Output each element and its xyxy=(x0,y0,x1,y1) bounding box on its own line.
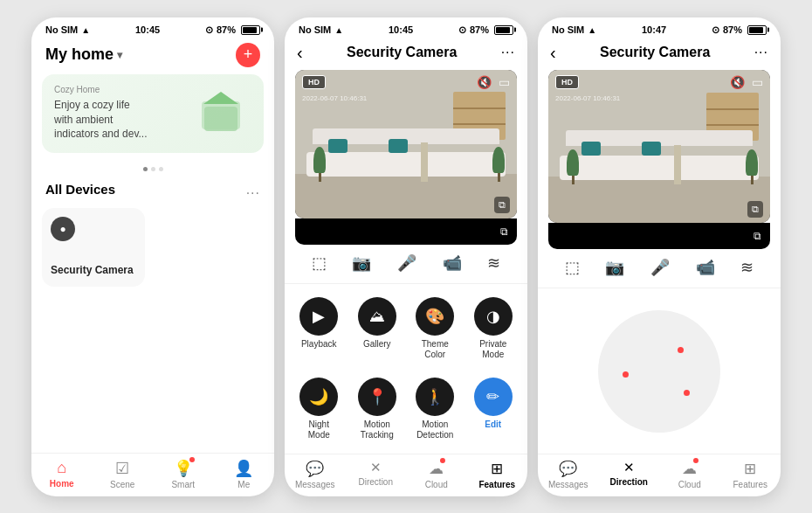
banner-tag: Cozy Home xyxy=(54,85,199,94)
photo-ctrl-btn-3[interactable]: 📷 xyxy=(605,258,624,277)
edit-icon: ✏ xyxy=(474,378,513,416)
cam-nav-cloud-2[interactable]: ☁ Cloud xyxy=(406,460,467,489)
camera-top-bar-3: HD 🔇 ▭ xyxy=(555,75,763,89)
status-left-2: No SIM ▲ xyxy=(299,24,343,35)
feature-gallery[interactable]: ⛰ Gallery xyxy=(350,290,405,367)
cloud-icon-3: ☁ xyxy=(682,460,697,478)
expand-ctrl-btn-3[interactable]: ⬚ xyxy=(565,258,580,277)
nav-me[interactable]: 👤 Me xyxy=(214,459,275,489)
camera-controls-2: ⬚ 📷 🎤 📹 ≋ xyxy=(285,245,527,281)
dot-active xyxy=(143,167,148,171)
camera-screen-content-2: ‹ Security Camera ··· xyxy=(285,39,527,454)
feature-edit[interactable]: ✏ Edit xyxy=(466,371,521,447)
features-label-2: Features xyxy=(478,480,515,489)
dots-indicator xyxy=(31,163,274,175)
cam-nav-messages-2[interactable]: 💬 Messages xyxy=(285,460,346,489)
cam-nav-messages-3[interactable]: 💬 Messages xyxy=(538,460,599,489)
home-icon: ⌂ xyxy=(57,459,66,477)
bottom-nav-1: ⌂ Home ☑ Scene 💡 Smart 👤 Me xyxy=(31,453,274,496)
playback-label: Playback xyxy=(301,339,337,350)
battery-icon-2 xyxy=(494,25,513,35)
feature-motion-tracking[interactable]: 📍 MotionTracking xyxy=(350,371,405,447)
feature-playback[interactable]: ▶ Playback xyxy=(292,290,347,367)
section-header: All Devices ... xyxy=(31,175,274,205)
cam-nav-direction-3[interactable]: ✕ Direction xyxy=(599,460,660,489)
device-name-security-camera: Security Camera xyxy=(51,264,136,278)
divider-2 xyxy=(285,283,527,284)
fullscreen-btn-3[interactable]: ▭ xyxy=(752,75,763,89)
more-options-2[interactable]: ··· xyxy=(501,45,515,60)
status-right-2: ⊙ 87% xyxy=(458,24,513,36)
dir-dot-1 xyxy=(678,347,684,353)
device-card-security-camera[interactable]: ● Security Camera xyxy=(42,208,145,287)
video-ctrl-btn[interactable]: 📹 xyxy=(443,253,462,273)
private-label: PrivateMode xyxy=(479,339,506,360)
feature-night-mode[interactable]: 🌙 NightMode xyxy=(292,371,347,447)
cloud-icon-2: ☁ xyxy=(429,460,444,478)
nav-scene[interactable]: ☑ Scene xyxy=(93,459,154,489)
back-button-2[interactable]: ‹ xyxy=(297,43,303,63)
smart-icon: 💡 xyxy=(174,459,193,478)
status-right-3: ⊙ 87% xyxy=(712,24,767,36)
banner-card: Cozy Home Enjoy a cozy lifewith ambienti… xyxy=(42,74,264,153)
messages-label-2: Messages xyxy=(295,480,335,489)
all-devices-more-btn[interactable]: ... xyxy=(246,182,260,198)
mute-btn-2[interactable]: 🔇 xyxy=(477,75,492,89)
direction-icon-2: ✕ xyxy=(370,460,382,475)
camera-bottom-bar-2: ⧉ xyxy=(302,197,510,213)
expand-ctrl-btn[interactable]: ⬚ xyxy=(312,253,327,273)
camera-viewport-3: HD 🔇 ▭ 2022-06-07 10:46:31 ⧉ xyxy=(548,70,770,223)
feature-theme-color[interactable]: 🎨 ThemeColor xyxy=(408,290,463,367)
location-icon-3: ⊙ xyxy=(712,24,719,36)
status-bar-3: No SIM ▲ 10:47 ⊙ 87% xyxy=(538,17,781,39)
feature-private-mode[interactable]: ◑ PrivateMode xyxy=(466,290,521,367)
fullscreen-btn-2[interactable]: ▭ xyxy=(499,75,510,89)
dir-dot-2 xyxy=(623,371,629,378)
more-ctrl-btn-3[interactable]: ≋ xyxy=(740,258,754,277)
features-icon-3: ⊞ xyxy=(744,460,756,478)
carrier-2: No SIM xyxy=(299,24,331,35)
location-icon-2: ⊙ xyxy=(458,24,466,36)
more-options-3[interactable]: ··· xyxy=(754,45,768,60)
battery-label-1: 87% xyxy=(217,24,236,35)
video-ctrl-btn-3[interactable]: 📹 xyxy=(696,258,715,277)
cam-nav-features-2[interactable]: ⊞ Features xyxy=(467,460,528,489)
gallery-icon: ⛰ xyxy=(358,297,396,336)
private-icon: ◑ xyxy=(474,297,513,336)
mic-ctrl-btn[interactable]: 🎤 xyxy=(397,253,416,273)
pip-btn-2[interactable]: ⧉ xyxy=(494,197,510,213)
carrier-1: No SIM xyxy=(45,24,78,35)
pip-icon-3: ⧉ xyxy=(754,230,761,242)
mute-btn-3[interactable]: 🔇 xyxy=(730,75,745,89)
dir-dot-3 xyxy=(684,390,690,396)
pip-btn-3[interactable]: ⧉ xyxy=(747,201,763,218)
cam-nav-features-3[interactable]: ⊞ Features xyxy=(720,460,781,489)
more-ctrl-btn[interactable]: ≋ xyxy=(487,253,500,273)
add-button[interactable]: + xyxy=(236,43,260,67)
device-icon-security-camera: ● xyxy=(51,217,75,241)
direction-icon-3: ✕ xyxy=(623,460,635,475)
camera-top-right-2: 🔇 ▭ xyxy=(477,75,510,89)
photo-ctrl-btn[interactable]: 📷 xyxy=(352,253,371,273)
back-button-3[interactable]: ‹ xyxy=(550,43,556,63)
battery-label-3: 87% xyxy=(723,24,742,35)
camera-screen-content-3: ‹ Security Camera ··· xyxy=(538,39,781,454)
wifi-icon-3: ▲ xyxy=(588,25,596,35)
camera-icon: ● xyxy=(59,223,65,235)
mic-ctrl-btn-3[interactable]: 🎤 xyxy=(650,258,670,277)
cam-nav-cloud-3[interactable]: ☁ Cloud xyxy=(659,460,720,489)
home-title[interactable]: My home ▾ xyxy=(45,45,122,64)
nav-smart[interactable]: 💡 Smart xyxy=(153,459,214,489)
cloud-label-3: Cloud xyxy=(678,480,701,489)
nav-home[interactable]: ⌂ Home xyxy=(31,459,93,489)
time-2: 10:45 xyxy=(389,24,413,35)
screen1-content: My home ▾ + Cozy Home Enjoy a cozy lifew… xyxy=(31,39,274,453)
cam-nav-direction-2[interactable]: ✕ Direction xyxy=(346,460,407,489)
edit-label: Edit xyxy=(485,419,501,430)
battery-icon-3 xyxy=(747,25,767,35)
messages-icon-2: 💬 xyxy=(306,460,324,478)
time-1: 10:45 xyxy=(135,24,160,35)
camera-overlay-2: HD 🔇 ▭ 2022-06-07 10:46:31 ⧉ xyxy=(295,70,517,219)
feature-motion-detection[interactable]: 🚶 MotionDetection xyxy=(408,371,463,447)
direction-pad[interactable] xyxy=(598,310,720,433)
